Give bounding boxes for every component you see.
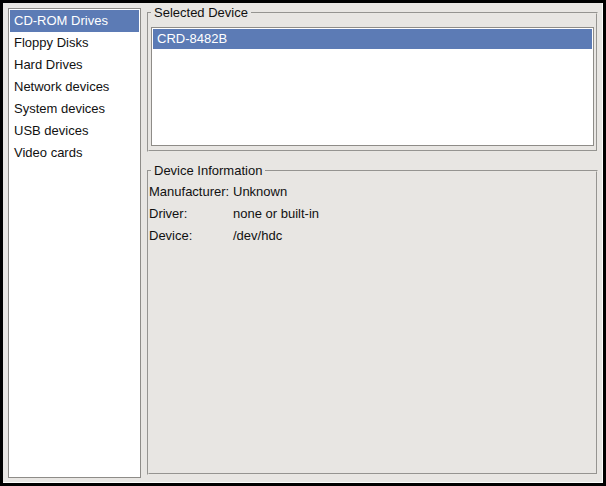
- driver-value: none or built-in: [233, 203, 319, 225]
- info-row-driver: Driver: none or built-in: [149, 203, 592, 225]
- sidebar-item-hard-drives[interactable]: Hard Drives: [10, 54, 139, 76]
- device-category-list[interactable]: CD-ROM Drives Floppy Disks Hard Drives N…: [8, 8, 141, 478]
- info-row-device: Device: /dev/hdc: [149, 225, 592, 247]
- selected-device-list[interactable]: CRD-8482B: [151, 27, 594, 146]
- selected-device-frame-title: Selected Device: [151, 5, 251, 20]
- device-value: /dev/hdc: [233, 225, 282, 247]
- driver-label: Driver:: [149, 203, 233, 225]
- info-row-manufacturer: Manufacturer: Unknown: [149, 181, 592, 203]
- sidebar-item-system-devices[interactable]: System devices: [10, 98, 139, 120]
- manufacturer-value: Unknown: [233, 181, 287, 203]
- sidebar-item-usb-devices[interactable]: USB devices: [10, 120, 139, 142]
- device-label: Device:: [149, 225, 233, 247]
- device-information-frame-title: Device Information: [151, 163, 265, 178]
- sidebar-item-video-cards[interactable]: Video cards: [10, 142, 139, 164]
- hardware-browser-window: CD-ROM Drives Floppy Disks Hard Drives N…: [0, 0, 606, 486]
- sidebar-item-cd-rom-drives[interactable]: CD-ROM Drives: [10, 10, 139, 32]
- device-list-item-crd-8482b[interactable]: CRD-8482B: [153, 29, 592, 49]
- manufacturer-label: Manufacturer:: [149, 181, 233, 203]
- sidebar-item-floppy-disks[interactable]: Floppy Disks: [10, 32, 139, 54]
- sidebar-item-network-devices[interactable]: Network devices: [10, 76, 139, 98]
- device-information-frame: Device Information Manufacturer: Unknown…: [147, 170, 598, 475]
